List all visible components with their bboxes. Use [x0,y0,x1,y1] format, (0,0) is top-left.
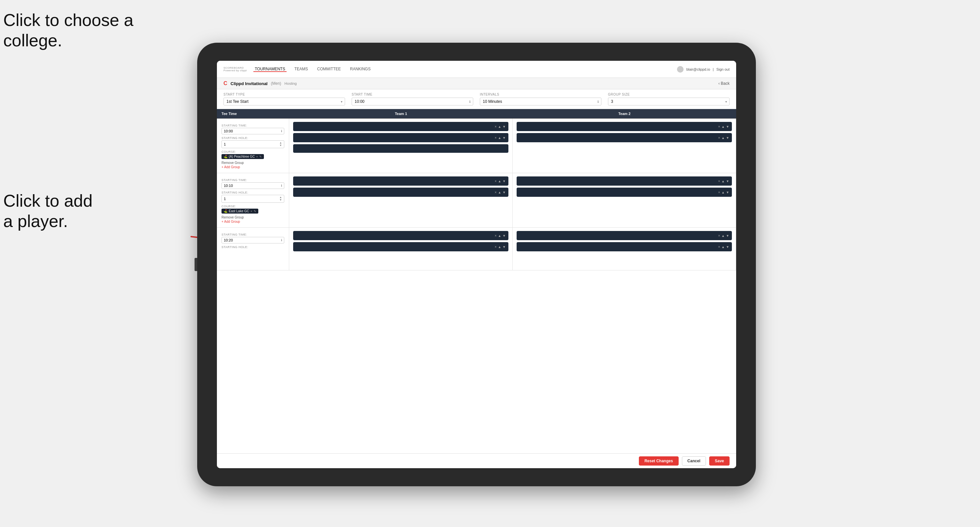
team1-cell-3: × ▲ ▼ × ▲ ▼ [289,228,513,270]
nav-rankings[interactable]: RANKINGS [349,67,372,72]
player-slot-2-2[interactable]: × ▲ ▼ [517,133,732,142]
time-input-2[interactable] [224,184,280,187]
player-slot-1-3[interactable] [293,144,508,153]
slot-up-2-2[interactable]: ▲ [721,136,725,140]
starting-hole-input-1[interactable]: ▲▼ [221,140,284,148]
add-group-btn-1[interactable]: + Add Group [221,165,284,169]
starting-hole-input-2[interactable]: ▲▼ [221,195,284,203]
slot-up-1-2[interactable]: ▲ [498,136,501,140]
slot-up-6-1[interactable]: ▲ [721,234,725,238]
slot-controls-6-2: × ▲ ▼ [718,245,729,249]
logo: SCOREBOARD Powered by clippi [223,67,247,72]
player-slot-6-2[interactable]: × ▲ ▼ [517,242,732,251]
reset-changes-button[interactable]: Reset Changes [639,456,679,465]
back-chevron: ‹ [718,81,720,86]
slot-down-3-1[interactable]: ▼ [503,179,506,183]
slot-remove-4-1[interactable]: × [718,179,720,183]
slot-down-1-1[interactable]: ▼ [503,125,506,129]
starting-time-input-3[interactable]: ℹ [221,237,284,243]
slot-remove-5-2[interactable]: × [495,245,496,249]
intervals-input[interactable] [480,98,601,105]
slot-remove-6-1[interactable]: × [718,234,720,238]
slot-remove-2-2[interactable]: × [718,136,720,140]
tablet-screen: SCOREBOARD Powered by clippi TOURNAMENTS… [217,61,736,468]
slot-down-6-1[interactable]: ▼ [726,234,729,238]
slot-down-3-2[interactable]: ▼ [503,190,506,194]
course-remove-2[interactable]: × [250,210,252,213]
slot-up-5-2[interactable]: ▲ [498,245,501,249]
starting-time-input-2[interactable]: ℹ [221,183,284,189]
hole-input-2[interactable] [224,197,278,201]
slot-up-1-1[interactable]: ▲ [498,125,501,129]
team1-cell-2: × ▲ ▼ × ▲ ▼ [289,173,513,227]
nav-avatar [677,66,684,73]
player-slot-2-1[interactable]: × ▲ ▼ [517,122,732,131]
slot-up-3-2[interactable]: ▲ [498,190,501,194]
slot-remove-4-2[interactable]: × [718,190,720,194]
slot-remove-3-2[interactable]: × [495,190,496,194]
slot-remove-1-2[interactable]: × [495,136,496,140]
slot-remove-5-1[interactable]: × [495,234,496,238]
annotation-line4: a player. [3,211,68,231]
slot-down-2-2[interactable]: ▼ [726,136,729,140]
slot-remove-6-2[interactable]: × [718,245,720,249]
player-slot-3-2[interactable]: × ▲ ▼ [293,187,508,197]
slot-remove-3-1[interactable]: × [495,179,496,183]
start-time-info-icon: ℹ [469,100,471,103]
course-tag-1[interactable]: ⛳ (A) Peachtree GC × ✎ [221,154,264,159]
starting-time-input-1[interactable]: ℹ [221,128,284,134]
course-remove-1[interactable]: × [256,155,258,158]
remove-group-btn-1[interactable]: Remove Group [221,161,284,165]
intervals-group: Intervals ℹ [480,93,601,105]
nav-tournaments[interactable]: TOURNAMENTS [253,67,286,72]
group-size-select[interactable]: 3 [608,98,730,105]
nav-committee[interactable]: COMMITTEE [316,67,342,72]
course-edit-1[interactable]: ✎ [259,155,262,158]
course-tag-wrapper-1: ⛳ (A) Peachtree GC × ✎ [221,154,284,159]
slot-down-2-1[interactable]: ▼ [726,125,729,129]
time-input-1[interactable] [224,129,280,133]
slot-up-6-2[interactable]: ▲ [721,245,725,249]
player-slot-4-1[interactable]: × ▲ ▼ [517,176,732,186]
time-info-icon-3: ℹ [281,238,282,242]
slot-remove-1-1[interactable]: × [495,125,496,129]
slot-remove-2-1[interactable]: × [718,125,720,129]
slot-up-5-1[interactable]: ▲ [498,234,501,238]
slot-down-4-1[interactable]: ▼ [726,179,729,183]
nav-bar: SCOREBOARD Powered by clippi TOURNAMENTS… [217,61,736,78]
annotation-line1: Click to choose a [3,11,134,30]
player-slot-5-2[interactable]: × ▲ ▼ [293,242,508,251]
player-slot-3-1[interactable]: × ▲ ▼ [293,176,508,186]
course-tag-icon-2: ⛳ [223,209,228,213]
player-slot-1-1[interactable]: × ▲ ▼ [293,122,508,131]
slot-down-4-2[interactable]: ▼ [726,190,729,194]
remove-group-btn-2[interactable]: Remove Group [221,216,284,219]
team2-cell-2: × ▲ ▼ × ▲ ▼ [513,173,736,227]
start-type-select[interactable]: 1st Tee Start [223,98,345,105]
player-slot-6-1[interactable]: × ▲ ▼ [517,231,732,240]
cancel-button[interactable]: Cancel [682,456,706,465]
sign-out-link[interactable]: Sign out [716,67,730,71]
nav-teams[interactable]: TEAMS [293,67,309,72]
slot-down-5-1[interactable]: ▼ [503,234,506,238]
slot-up-4-2[interactable]: ▲ [721,190,725,194]
time-input-3[interactable] [224,238,280,242]
slot-down-6-2[interactable]: ▼ [726,245,729,249]
slot-down-5-2[interactable]: ▼ [503,245,506,249]
course-edit-2[interactable]: ✎ [254,210,256,213]
add-group-btn-2[interactable]: + Add Group [221,220,284,224]
player-slot-4-2[interactable]: × ▲ ▼ [517,187,732,197]
player-slot-5-1[interactable]: × ▲ ▼ [293,231,508,240]
annotation-choose-college: Click to choose a college. [3,10,134,51]
slot-down-1-2[interactable]: ▼ [503,136,506,140]
slot-up-3-1[interactable]: ▲ [498,179,501,183]
save-button[interactable]: Save [709,456,730,465]
course-tag-2[interactable]: ⛳ East Lake GC × ✎ [221,209,258,214]
slot-up-4-1[interactable]: ▲ [721,179,725,183]
hole-input-1[interactable] [224,142,278,146]
player-slot-1-2[interactable]: × ▲ ▼ [293,133,508,142]
tablet-frame: SCOREBOARD Powered by clippi TOURNAMENTS… [197,43,756,486]
start-time-input[interactable] [352,98,473,105]
slot-up-2-1[interactable]: ▲ [721,125,725,129]
back-button[interactable]: ‹ Back [718,81,730,86]
